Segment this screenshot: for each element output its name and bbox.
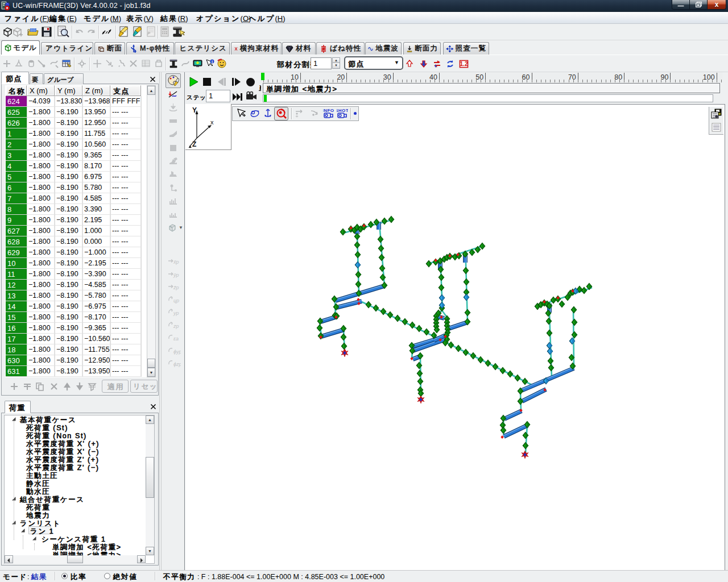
svg-text:ȳp: ȳp <box>173 272 179 278</box>
svg-text:ɛa: ɛa <box>173 336 179 342</box>
svg-text:i: i <box>212 60 213 64</box>
svg-text:1.2: 1.2 <box>460 61 468 67</box>
svg-text:ϕzp: ϕzp <box>173 361 181 367</box>
svg-text:ϕyp: ϕyp <box>173 349 181 355</box>
svg-text:z̄p: z̄p <box>173 285 179 290</box>
svg-text:yp: yp <box>173 310 179 316</box>
svg-text:x̄p: x̄p <box>173 259 179 265</box>
svg-text:zp: zp <box>173 323 179 329</box>
svg-text:ɥp: ɥp <box>173 298 179 304</box>
